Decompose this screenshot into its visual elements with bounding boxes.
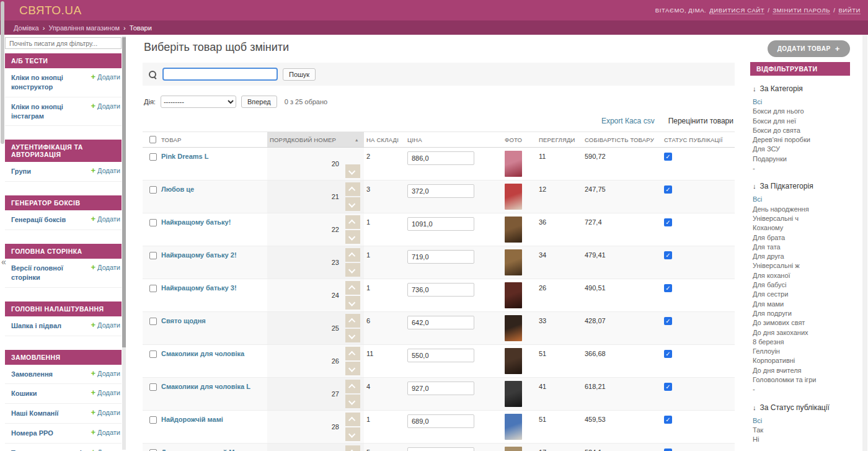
go-button[interactable]: Вперед (241, 96, 277, 108)
sidebar-model-link[interactable]: Наші Компанії (11, 409, 58, 418)
price-input[interactable] (407, 250, 474, 264)
filter-option[interactable]: Так (750, 426, 850, 435)
row-checkbox[interactable] (149, 219, 157, 226)
sidebar-scrollbar[interactable] (122, 36, 126, 450)
filter-option[interactable]: Для друга (750, 252, 850, 261)
column-header-product[interactable]: ТОВАР (159, 132, 267, 147)
move-up-button[interactable] (345, 182, 360, 196)
product-link[interactable]: Смаколики для чоловіка (161, 350, 244, 357)
sidebar-add-link[interactable]: +Додати (91, 102, 120, 110)
sidebar-model-link[interactable]: Кліки по кнопці конструктор (11, 73, 84, 92)
column-header-views[interactable]: ПЕРЕГЛЯДИ (536, 132, 582, 147)
site-logo[interactable]: СВЯТО.UA (19, 4, 82, 17)
product-link[interactable]: Найкращому батьку 3! (161, 284, 237, 292)
sidebar-model-link[interactable]: Генерації боксів (11, 215, 66, 225)
price-input[interactable] (407, 151, 474, 165)
move-up-button[interactable] (345, 413, 360, 426)
sidebar-add-link[interactable]: +Додати (91, 449, 120, 451)
filter-option[interactable]: Дерев'яні поробки (750, 135, 850, 145)
sidebar-add-link[interactable]: +Додати (91, 370, 120, 377)
move-up-button[interactable] (345, 281, 360, 295)
filter-option[interactable]: Корпоративні (750, 356, 850, 365)
filter-option[interactable]: Для коханої (750, 271, 850, 280)
row-checkbox[interactable] (149, 186, 157, 194)
sidebar-collapse-toggle[interactable]: « (1, 257, 6, 267)
row-checkbox[interactable] (149, 285, 157, 292)
move-down-button[interactable] (345, 427, 360, 441)
filter-option[interactable]: Всі (750, 195, 850, 204)
row-checkbox[interactable] (149, 416, 157, 424)
product-link[interactable]: Pink Dreams L (161, 153, 208, 160)
move-up-button[interactable] (345, 248, 360, 262)
filter-option[interactable]: Для подруги (750, 309, 850, 318)
move-up-button[interactable] (345, 314, 360, 328)
filter-option[interactable]: Бокси до свята (750, 126, 850, 135)
sidebar-add-link[interactable]: +Додати (91, 321, 120, 329)
published-checkbox[interactable]: ✓ (664, 383, 672, 391)
column-header-order[interactable]: ПОРЯДКОВИЙ НОМЕР ▲ (267, 132, 364, 147)
move-up-button[interactable] (345, 445, 360, 451)
filter-option[interactable]: Подарунки (750, 154, 850, 164)
sidebar-model-link[interactable]: Кліки по кнопці інстаграм (11, 102, 84, 121)
move-up-button[interactable] (345, 347, 360, 360)
product-link[interactable]: Любов це (161, 185, 194, 193)
published-checkbox[interactable]: ✓ (664, 185, 672, 194)
filter-option[interactable]: День народження (750, 205, 850, 214)
filter-option[interactable]: Коханому (750, 223, 850, 233)
sidebar-add-link[interactable]: +Додати (91, 264, 120, 271)
filter-option[interactable]: 8 березня (750, 337, 850, 347)
column-header-cost[interactable]: СОБІВАРТІСТЬ ТОВАРУ (582, 132, 662, 147)
sidebar-model-link[interactable]: Замовлення (11, 370, 53, 379)
published-checkbox[interactable]: ✓ (664, 449, 672, 451)
sidebar-add-link[interactable]: +Додати (91, 389, 120, 396)
move-down-button[interactable] (345, 197, 360, 211)
sidebar-add-link[interactable]: +Додати (91, 409, 120, 416)
sidebar-model-link[interactable]: Версії головної сторінки (11, 264, 84, 282)
product-link[interactable]: Свято щодня (161, 317, 206, 324)
filter-option[interactable]: Для сестри (750, 290, 850, 299)
sidebar-model-link[interactable]: Номера РРО (11, 429, 53, 438)
price-input[interactable] (407, 382, 474, 395)
change-password-link[interactable]: ЗМІНИТИ ПАРОЛЬ (773, 7, 830, 14)
published-checkbox[interactable]: ✓ (664, 317, 672, 325)
sidebar-add-link[interactable]: +Додати (91, 167, 120, 174)
published-checkbox[interactable]: ✓ (664, 153, 672, 161)
filter-option[interactable]: Для бабусі (750, 280, 850, 290)
filter-option[interactable]: Головоломки та ігри (750, 375, 850, 385)
product-link[interactable]: Найдорожчій мамі (161, 416, 223, 423)
filter-group-title[interactable]: ↓За Статус публікації (753, 403, 850, 412)
select-all-checkbox[interactable] (149, 136, 156, 143)
move-down-button[interactable] (345, 329, 360, 342)
move-down-button[interactable] (345, 395, 360, 408)
sidebar-model-link[interactable]: Товари в замовленні (11, 449, 82, 451)
product-link[interactable]: Найкращому батьку! (161, 218, 231, 226)
filter-option[interactable]: Ні (750, 435, 850, 444)
filter-option[interactable]: Універсальні ж (750, 261, 850, 270)
sidebar-model-link[interactable]: Шапка і підвал (11, 321, 61, 331)
row-checkbox[interactable] (149, 351, 157, 358)
move-down-button[interactable] (345, 164, 360, 178)
price-input[interactable] (407, 316, 474, 329)
sort-ascending-icon[interactable]: ▲ (355, 138, 359, 142)
reprice-products-link[interactable]: Перецінити товари (668, 117, 733, 125)
sidebar-scrollbar-thumb[interactable] (122, 37, 126, 347)
filter-option[interactable]: Бокси для неї (750, 117, 850, 126)
product-link[interactable]: Найкращому батьку 2! (161, 251, 237, 259)
filter-option[interactable]: Всі (750, 97, 850, 107)
window-scrollbar-thumb[interactable] (1, 1, 4, 144)
column-header-stock[interactable]: НА СКЛАДІ (364, 132, 405, 147)
filter-group-title[interactable]: ↓За Категорія (753, 84, 850, 93)
filter-option[interactable]: - (750, 385, 850, 394)
add-product-button[interactable]: ДОДАТИ ТОВАР + (768, 40, 850, 57)
filter-option[interactable]: Всі (750, 416, 850, 426)
price-input[interactable] (407, 283, 474, 297)
column-header-status[interactable]: СТАТУС ПУБЛІКАЦІЇ (662, 132, 735, 147)
published-checkbox[interactable]: ✓ (664, 284, 672, 292)
column-header-photo[interactable]: ФОТО (502, 132, 536, 147)
price-input[interactable] (407, 414, 474, 428)
filter-option[interactable]: Для тата (750, 243, 850, 252)
sidebar-filter-input[interactable] (5, 37, 122, 49)
view-site-link[interactable]: ДИВИТИСЯ САЙТ (709, 7, 764, 14)
filter-option[interactable]: Геллоуін (750, 347, 850, 356)
sidebar-add-link[interactable]: +Додати (91, 215, 120, 223)
